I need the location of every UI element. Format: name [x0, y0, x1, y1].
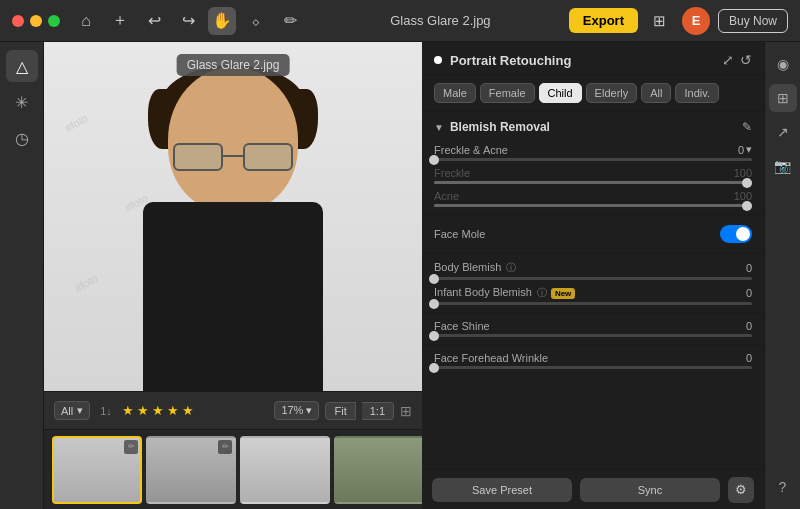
dropdown-arrow-icon: ▾: [746, 143, 752, 156]
face-shine-slider[interactable]: [434, 334, 752, 337]
redo-icon[interactable]: ↪: [174, 7, 202, 35]
star-rating[interactable]: ★ ★ ★ ★ ★: [122, 403, 265, 418]
close-button[interactable]: [12, 15, 24, 27]
panel-content: ▼ Blemish Removal ✎ Freckle & Acne 0 ▾: [422, 112, 764, 469]
section-title-blemish: Blemish Removal: [450, 120, 736, 134]
thumb-edit-icon-2: ✏: [218, 440, 232, 454]
buy-now-button[interactable]: Buy Now: [718, 9, 788, 33]
tab-female[interactable]: Female: [480, 83, 535, 103]
reset-icon[interactable]: ↺: [740, 52, 752, 68]
export-button[interactable]: Export: [569, 8, 638, 33]
panel-main: Portrait Retouching ⤢ ↺ Male Female Chil…: [422, 42, 764, 509]
glasses-left: [173, 143, 223, 171]
count-label: 1↓: [100, 405, 112, 417]
face-forehead-wrinkle-slider[interactable]: [434, 366, 752, 369]
body-blemish-label: Body Blemish ⓘ: [434, 261, 516, 275]
main-layout: △ ✳ ◷ Glass Glare 2.jpg #foto #foto #fot…: [0, 42, 800, 509]
titlebar-right: Export ⊞ E Buy Now: [569, 7, 788, 35]
face-shine-value: 0: [746, 320, 752, 332]
crop-icon[interactable]: ⬦: [242, 7, 270, 35]
filter-dropdown[interactable]: All ▾: [54, 401, 90, 420]
minimize-button[interactable]: [30, 15, 42, 27]
save-preset-button[interactable]: Save Preset: [432, 478, 572, 502]
brush-icon[interactable]: ✏: [276, 7, 304, 35]
tab-male[interactable]: Male: [434, 83, 476, 103]
star-4[interactable]: ★: [167, 403, 179, 418]
body-blemish-info-icon[interactable]: ⓘ: [506, 262, 516, 273]
sidebar-triangle-icon[interactable]: △: [6, 50, 38, 82]
add-icon[interactable]: ＋: [106, 7, 134, 35]
rs-help-icon[interactable]: ?: [769, 473, 797, 501]
glasses-right: [243, 143, 293, 171]
face-forehead-wrinkle-label: Face Forehead Wrinkle: [434, 352, 548, 364]
home-icon[interactable]: ⌂: [72, 7, 100, 35]
zoom-dropdown[interactable]: 17% ▾: [274, 401, 319, 420]
freckle-acne-label: Freckle & Acne: [434, 144, 508, 156]
star-1[interactable]: ★: [122, 403, 134, 418]
right-sidebar: ◉ ⊞ ↗ 📷 ?: [764, 42, 800, 509]
panel-header-icons: ⤢ ↺: [722, 52, 752, 68]
filmstrip-thumb-4[interactable]: [334, 436, 422, 504]
settings-icon-button[interactable]: ⚙: [728, 477, 754, 503]
star-5[interactable]: ★: [182, 403, 194, 418]
tab-child[interactable]: Child: [539, 83, 582, 103]
infant-body-blemish-value: 0: [746, 287, 752, 299]
face-shine-label: Face Shine: [434, 320, 490, 332]
acne-label: Acne: [434, 190, 459, 202]
canvas-area: Glass Glare 2.jpg #foto #foto #foto: [44, 42, 422, 509]
body-blemish-slider[interactable]: [434, 277, 752, 280]
rs-grid-icon[interactable]: ⊞: [769, 84, 797, 112]
toggle-knob: [736, 227, 750, 241]
photo-preview: #foto #foto #foto: [44, 42, 422, 391]
sidebar-sun-icon[interactable]: ✳: [6, 86, 38, 118]
freckle-label: Freckle: [434, 167, 470, 179]
filmstrip-thumb-2[interactable]: ✏: [146, 436, 236, 504]
freckle-slider[interactable]: [434, 181, 752, 184]
undo-icon[interactable]: ↩: [140, 7, 168, 35]
right-layout: Portrait Retouching ⤢ ↺ Male Female Chil…: [422, 42, 800, 509]
sync-button[interactable]: Sync: [580, 478, 720, 502]
filmstrip: ✏ ✏ 7: [44, 429, 422, 509]
param-freckle: Freckle 100: [422, 164, 764, 187]
infant-body-blemish-slider[interactable]: [434, 302, 752, 305]
zoom-controls: 17% ▾ Fit 1:1 ⊞: [274, 401, 412, 420]
layout-icon[interactable]: ⊞: [646, 7, 674, 35]
freckle-acne-slider[interactable]: [434, 158, 752, 161]
param-infant-body-blemish: Infant Body Blemish ⓘNew 0: [422, 283, 764, 308]
rs-face-icon[interactable]: ◉: [769, 50, 797, 78]
canvas-file-label: Glass Glare 2.jpg: [177, 54, 290, 76]
face-mole-toggle[interactable]: [720, 225, 752, 243]
fullscreen-icon[interactable]: ⊞: [400, 403, 412, 419]
face-mole-label: Face Mole: [434, 228, 485, 240]
user-avatar[interactable]: E: [682, 7, 710, 35]
maximize-button[interactable]: [48, 15, 60, 27]
bottom-bar: All ▾ 1↓ ★ ★ ★ ★ ★ 17% ▾ Fit 1:1 ⊞: [44, 391, 422, 429]
acne-slider[interactable]: [434, 204, 752, 207]
panel-footer: Save Preset Sync ⚙: [422, 469, 764, 509]
infant-info-icon[interactable]: ⓘ: [537, 287, 547, 298]
tab-indiv[interactable]: Indiv.: [675, 83, 718, 103]
ratio-button[interactable]: 1:1: [362, 402, 394, 420]
tab-elderly[interactable]: Elderly: [586, 83, 638, 103]
toolbar-tools: ⌂ ＋ ↩ ↪ ✋ ⬦ ✏: [72, 7, 304, 35]
rs-expand-icon[interactable]: ↗: [769, 118, 797, 146]
fit-button[interactable]: Fit: [325, 402, 355, 420]
star-3[interactable]: ★: [152, 403, 164, 418]
section-edit-icon[interactable]: ✎: [742, 120, 752, 134]
freckle-acne-value[interactable]: 0 ▾: [738, 143, 752, 156]
acne-value: 100: [734, 190, 752, 202]
canvas-image[interactable]: #foto #foto #foto: [44, 42, 422, 391]
tab-all[interactable]: All: [641, 83, 671, 103]
filmstrip-thumb-1[interactable]: ✏: [52, 436, 142, 504]
expand-icon[interactable]: ⤢: [722, 52, 734, 68]
filmstrip-thumb-3[interactable]: [240, 436, 330, 504]
star-2[interactable]: ★: [137, 403, 149, 418]
file-title: Glass Glare 2.jpg: [312, 13, 569, 28]
param-face-shine: Face Shine 0: [422, 317, 764, 340]
sidebar-clock-icon[interactable]: ◷: [6, 122, 38, 154]
child-head: [168, 67, 298, 212]
hand-tool-icon[interactable]: ✋: [208, 7, 236, 35]
rs-camera-icon[interactable]: 📷: [769, 152, 797, 180]
new-badge: New: [551, 288, 575, 299]
section-blemish-removal: ▼ Blemish Removal ✎: [422, 112, 764, 140]
